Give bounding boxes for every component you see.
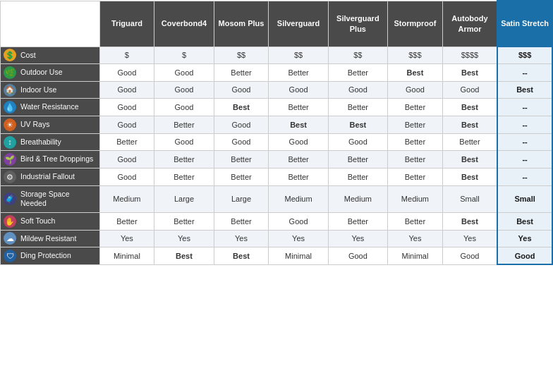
- header-col-mosom: Mosom Plus: [214, 1, 269, 47]
- data-cell: Best: [442, 64, 497, 82]
- data-cell: Best: [269, 116, 328, 134]
- table-row: ↕BreathabilityBetterGoodGoodGoodGoodBett…: [1, 133, 553, 151]
- data-cell: Small: [442, 185, 497, 212]
- data-cell: Better: [99, 133, 154, 151]
- data-cell: Better: [214, 64, 269, 82]
- data-cell: Minimal: [388, 247, 443, 265]
- data-cell: Minimal: [269, 247, 328, 265]
- row-label-text: Mildew Resistant: [20, 234, 76, 243]
- header-label-empty: [1, 1, 100, 47]
- data-cell: Yes: [388, 230, 443, 247]
- data-cell: Yes: [214, 230, 269, 247]
- data-cell: Good: [154, 64, 214, 82]
- data-cell: Yes: [99, 230, 154, 247]
- table-row: 🌿Outdoor UseGoodGoodBetterBetterBetterBe…: [1, 64, 553, 82]
- table-row: 🛡Ding ProtectionMinimalBestBestMinimalGo…: [1, 247, 553, 265]
- data-cell: Good: [328, 247, 387, 265]
- row-icon: 💧: [4, 101, 16, 114]
- data-cell: Best: [214, 247, 269, 265]
- data-cell: Better: [388, 212, 443, 230]
- data-cell: $$$$: [442, 47, 497, 64]
- data-cell: Minimal: [99, 247, 154, 265]
- row-icon: 🌿: [4, 66, 16, 79]
- data-cell: $$: [269, 47, 328, 64]
- row-label-text: Outdoor Use: [20, 68, 63, 76]
- data-cell: Better: [214, 212, 269, 230]
- table-row: ⚙Industrial FalloutGoodBetterBetterBette…: [1, 168, 553, 185]
- data-cell: Best: [497, 212, 552, 230]
- row-label-text: Storage Space Needed: [20, 190, 69, 208]
- data-cell: Good: [269, 133, 328, 151]
- data-cell: Better: [269, 64, 328, 82]
- data-cell: Better: [214, 168, 269, 185]
- data-cell: Best: [388, 64, 443, 82]
- data-cell: Better: [388, 133, 443, 151]
- row-icon: ↕: [4, 136, 16, 149]
- data-cell: Large: [214, 185, 269, 212]
- row-label-storage-space-needed: 🧳Storage Space Needed: [1, 185, 100, 212]
- row-label-water-resistance: 💧Water Resistance: [1, 99, 100, 116]
- row-label-uv-rays: ☀UV Rays: [1, 116, 100, 134]
- data-cell: Good: [154, 81, 214, 99]
- data-cell: Good: [99, 81, 154, 99]
- row-label-soft-touch: ✋Soft Touch: [1, 212, 100, 230]
- data-cell: Better: [388, 116, 443, 134]
- row-icon: 💲: [4, 49, 16, 61]
- data-cell: Best: [442, 151, 497, 169]
- data-cell: Large: [154, 185, 214, 212]
- data-cell: --: [497, 99, 552, 116]
- data-cell: --: [497, 151, 552, 169]
- data-cell: $: [154, 47, 214, 64]
- data-cell: Medium: [269, 185, 328, 212]
- row-label-breathability: ↕Breathability: [1, 133, 100, 151]
- data-cell: Better: [328, 99, 387, 116]
- table-row: 🧳Storage Space NeededMediumLargeLargeMed…: [1, 185, 553, 212]
- data-cell: Yes: [269, 230, 328, 247]
- data-cell: $: [99, 47, 154, 64]
- data-cell: $$: [214, 47, 269, 64]
- header-col-satin: Satin Stretch: [497, 1, 552, 47]
- row-label-text: Soft Touch: [20, 216, 55, 225]
- row-label-outdoor-use: 🌿Outdoor Use: [1, 64, 100, 82]
- row-label-mildew-resistant: ☁Mildew Resistant: [1, 230, 100, 247]
- row-label-text: Breathability: [20, 137, 61, 146]
- row-icon: 🌱: [4, 153, 16, 166]
- table-row: 🏠Indoor UseGoodGoodGoodGoodGoodGoodGoodB…: [1, 81, 553, 99]
- data-cell: $$: [328, 47, 387, 64]
- data-cell: --: [497, 133, 552, 151]
- row-label-bird-&-tree-droppings: 🌱Bird & Tree Droppings: [1, 151, 100, 169]
- data-cell: Yes: [442, 230, 497, 247]
- data-cell: Better: [328, 151, 387, 169]
- row-icon: 🏠: [4, 84, 16, 97]
- data-cell: Small: [497, 185, 552, 212]
- data-cell: Better: [154, 168, 214, 185]
- table-row: ☀UV RaysGoodBetterGoodBestBestBetterBest…: [1, 116, 553, 134]
- data-cell: Medium: [388, 185, 443, 212]
- data-cell: Best: [442, 99, 497, 116]
- data-cell: $$$: [497, 47, 552, 64]
- data-cell: Best: [214, 99, 269, 116]
- data-cell: Good: [442, 247, 497, 265]
- data-cell: Medium: [328, 185, 387, 212]
- row-label-indoor-use: 🏠Indoor Use: [1, 81, 100, 99]
- row-label-text: Water Resistance: [20, 102, 78, 111]
- data-cell: Good: [154, 133, 214, 151]
- table-row: ✋Soft TouchBetterBetterBetterGoodBetterB…: [1, 212, 553, 230]
- data-cell: Better: [328, 168, 387, 185]
- data-cell: Best: [328, 116, 387, 134]
- row-icon: ⚙: [4, 171, 16, 183]
- table-row: 🌱Bird & Tree DroppingsGoodBetterBetterBe…: [1, 151, 553, 169]
- data-cell: Yes: [497, 230, 552, 247]
- row-label-text: UV Rays: [20, 120, 49, 128]
- row-icon: 🧳: [4, 192, 16, 205]
- row-label-text: Industrial Fallout: [20, 172, 75, 180]
- data-cell: Better: [99, 212, 154, 230]
- header-col-stormproof: Stormproof: [388, 1, 443, 47]
- data-cell: Good: [99, 99, 154, 116]
- data-cell: Good: [269, 212, 328, 230]
- data-cell: Good: [99, 116, 154, 134]
- data-cell: Better: [154, 212, 214, 230]
- table-row: 💧Water ResistanceGoodGoodBestBetterBette…: [1, 99, 553, 116]
- row-label-industrial-fallout: ⚙Industrial Fallout: [1, 168, 100, 185]
- data-cell: Better: [388, 168, 443, 185]
